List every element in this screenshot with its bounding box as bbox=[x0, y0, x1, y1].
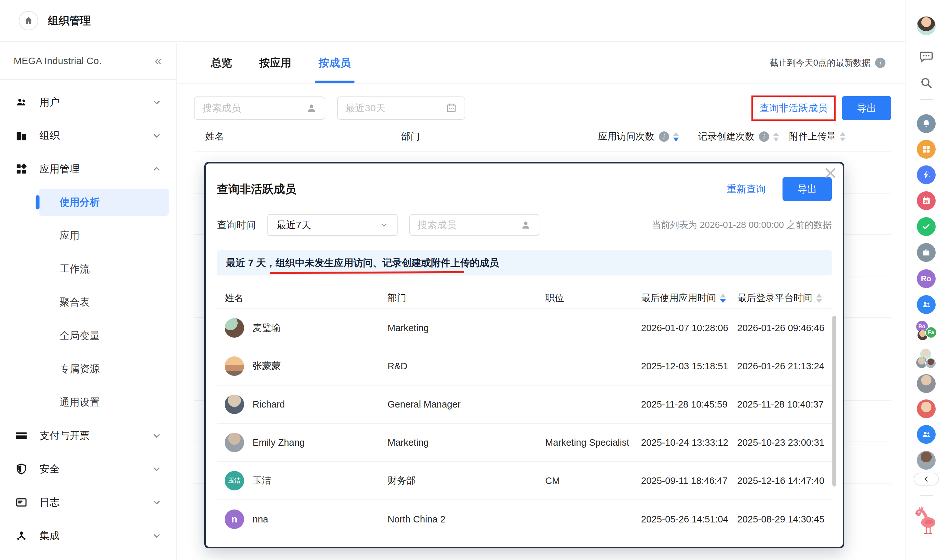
close-icon[interactable] bbox=[823, 166, 838, 180]
contacts-icon[interactable] bbox=[917, 425, 936, 444]
sidebar-item-integration[interactable]: 集成 bbox=[0, 519, 177, 552]
sidebar-subitem-label: 通用设置 bbox=[60, 395, 100, 409]
briefcase-icon[interactable] bbox=[917, 243, 936, 262]
modal-export-button[interactable]: 导出 bbox=[783, 177, 832, 201]
home-icon bbox=[24, 16, 33, 26]
table-row[interactable]: 玉洁玉洁 财务部 CM 2025-09-11 18:46:47 2025-12-… bbox=[217, 462, 832, 500]
chevron-down-icon bbox=[152, 497, 162, 507]
rail-divider bbox=[920, 495, 933, 495]
modal-search-member-input[interactable]: 搜索成员 bbox=[409, 214, 539, 236]
avatar bbox=[225, 318, 244, 338]
tab-overview[interactable]: 总览 bbox=[211, 43, 232, 83]
page-title: 组织管理 bbox=[48, 14, 91, 28]
sidebar-item-app-management[interactable]: 应用管理 bbox=[0, 152, 177, 186]
table-row[interactable]: Richard General Manager 2025-11-28 10:45… bbox=[217, 386, 832, 424]
col-header-name: 姓名 bbox=[225, 292, 388, 305]
query-time-label: 查询时间 bbox=[217, 218, 256, 232]
avatar bbox=[225, 395, 244, 414]
chat-icon[interactable] bbox=[919, 49, 934, 64]
tab-by-app[interactable]: 按应用 bbox=[259, 43, 291, 83]
date-range-input[interactable]: 最近30天 bbox=[337, 97, 465, 120]
annotation-red-box: 查询非活跃成员 bbox=[751, 95, 835, 121]
member-avatar[interactable] bbox=[917, 451, 936, 470]
member-avatars-cluster[interactable] bbox=[917, 349, 936, 368]
modal-scrollbar[interactable] bbox=[832, 315, 836, 486]
sidebar-subitem-general-settings[interactable]: 通用设置 bbox=[0, 386, 177, 419]
inactive-members-modal: 查询非活跃成员 重新查询 导出 查询时间 最近7天 搜索成员 当前列表为 202… bbox=[204, 162, 844, 548]
avatar bbox=[225, 356, 244, 376]
info-icon: i bbox=[659, 131, 669, 142]
flamingo-mascot[interactable] bbox=[914, 506, 938, 535]
sidebar-subitem-usage-analysis[interactable]: 使用分析 bbox=[0, 186, 177, 219]
query-inactive-members-button[interactable]: 查询非活跃成员 bbox=[753, 97, 834, 120]
list-cutoff-note: 当前列表为 2026-01-28 00:00:00 之前的数据 bbox=[652, 219, 832, 231]
left-sidebar: MEGA Industrial Co. « 用户 组织 bbox=[0, 43, 177, 560]
query-time-select[interactable]: 最近7天 bbox=[268, 214, 398, 236]
sidebar-collapse-icon[interactable]: « bbox=[155, 55, 162, 67]
col-header-app-visits[interactable]: 应用访问次数 i bbox=[598, 130, 679, 143]
rail-divider bbox=[920, 99, 933, 100]
info-icon[interactable]: i bbox=[875, 58, 886, 68]
avatar: n bbox=[225, 509, 244, 529]
sidebar-subitem-apps[interactable]: 应用 bbox=[0, 219, 177, 252]
sidebar-item-label: 用户 bbox=[40, 95, 60, 109]
sidebar-subitem-label: 应用 bbox=[60, 229, 80, 242]
sort-icon bbox=[673, 132, 679, 142]
home-button[interactable] bbox=[19, 11, 38, 31]
col-header-last-used[interactable]: 最后使用应用时间 bbox=[641, 292, 737, 305]
search-icon[interactable] bbox=[920, 76, 933, 90]
tabs-row: 总览 按应用 按成员 截止到今天0点的最新数据 i bbox=[178, 43, 906, 83]
table-row[interactable]: Emily Zhang Marketing Marketing Speciali… bbox=[217, 424, 832, 462]
sidebar-item-org[interactable]: 组织 bbox=[0, 119, 177, 152]
sidebar-item-users[interactable]: 用户 bbox=[0, 85, 177, 119]
person-icon bbox=[306, 103, 317, 114]
users-icon bbox=[15, 96, 28, 109]
sidebar-subitem-dedicated-resources[interactable]: 专属资源 bbox=[0, 352, 177, 386]
sidebar-item-label: 安全 bbox=[40, 462, 60, 476]
col-header-last-login[interactable]: 最后登录平台时间 bbox=[737, 292, 832, 305]
sidebar-subitem-label: 专属资源 bbox=[60, 362, 100, 376]
sidebar-subitem-global-variables[interactable]: 全局变量 bbox=[0, 319, 177, 352]
sidebar-subitem-label: 工作流 bbox=[60, 262, 90, 276]
automation-icon[interactable] bbox=[917, 165, 936, 184]
notifications-icon[interactable] bbox=[917, 114, 936, 133]
modal-table-body: 麦璧瑜 Marketing 2026-01-07 10:28:06 2026-0… bbox=[217, 309, 832, 538]
annotation-red-underline bbox=[270, 271, 464, 274]
sidebar-subitem-workflow[interactable]: 工作流 bbox=[0, 252, 177, 286]
col-header-dept: 部门 bbox=[388, 292, 545, 305]
sidebar-subitem-label: 使用分析 bbox=[60, 195, 100, 209]
svg-text:28: 28 bbox=[924, 199, 928, 203]
sidebar-item-security[interactable]: 安全 bbox=[0, 452, 177, 486]
sort-icon bbox=[816, 294, 822, 303]
col-header-record-creates[interactable]: 记录创建次数 i bbox=[698, 130, 779, 143]
apps-grid-icon[interactable] bbox=[917, 140, 936, 158]
user-avatar[interactable] bbox=[917, 17, 936, 35]
tab-by-member[interactable]: 按成员 bbox=[318, 43, 351, 83]
table-row[interactable]: 麦璧瑜 Marketing 2026-01-07 10:28:06 2026-0… bbox=[217, 309, 832, 347]
sort-icon bbox=[840, 132, 846, 142]
top-header: 组织管理 bbox=[0, 0, 946, 42]
contacts-icon[interactable] bbox=[917, 295, 936, 314]
role-ro-badge[interactable]: Ro bbox=[917, 269, 936, 288]
member-avatar[interactable] bbox=[917, 400, 936, 418]
member-avatar[interactable] bbox=[917, 374, 936, 393]
team-avatars-cluster[interactable]: Ro Fa bbox=[917, 322, 936, 341]
approval-check-icon[interactable] bbox=[917, 217, 936, 236]
col-header-dept: 部门 bbox=[401, 130, 420, 143]
search-member-input[interactable]: 搜索成员 bbox=[194, 97, 325, 120]
sidebar-menu: 用户 组织 应用管理 bbox=[0, 80, 177, 552]
export-button[interactable]: 导出 bbox=[842, 96, 891, 120]
data-freshness-note: 截止到今天0点的最新数据 i bbox=[769, 43, 886, 83]
col-header-name: 姓名 bbox=[205, 130, 224, 143]
org-management-page: 组织管理 MEGA Industrial Co. « 用户 组织 bbox=[0, 0, 946, 560]
table-row[interactable]: 张蒙蒙 R&D 2025-12-03 15:18:51 2026-01-26 2… bbox=[217, 347, 832, 386]
sidebar-item-payment[interactable]: 支付与开票 bbox=[0, 419, 177, 452]
sidebar-item-logs[interactable]: 日志 bbox=[0, 486, 177, 519]
table-row[interactable]: nnna North China 2 2025-05-26 14:51:04 2… bbox=[217, 500, 832, 538]
chevron-up-icon bbox=[152, 164, 162, 174]
sidebar-subitem-aggregate-table[interactable]: 聚合表 bbox=[0, 286, 177, 319]
calendar-app-icon[interactable]: 28 bbox=[917, 191, 936, 210]
col-header-attachment-uploads[interactable]: 附件上传量 bbox=[789, 130, 846, 143]
requery-link[interactable]: 重新查询 bbox=[727, 183, 766, 196]
rail-collapse-button[interactable] bbox=[914, 472, 939, 486]
